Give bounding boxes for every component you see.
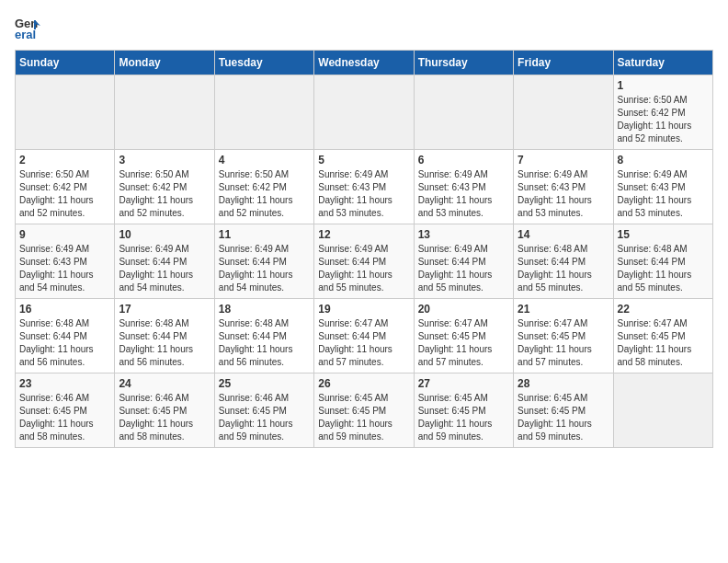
day-number: 17 — [119, 303, 210, 316]
day-number: 7 — [518, 154, 609, 167]
day-number: 13 — [418, 228, 509, 241]
calendar-cell — [514, 75, 613, 150]
calendar-cell: 22Sunrise: 6:47 AM Sunset: 6:45 PM Dayli… — [613, 299, 712, 373]
day-info: Sunrise: 6:49 AM Sunset: 6:43 PM Dayligh… — [418, 168, 509, 220]
calendar-cell: 1Sunrise: 6:50 AM Sunset: 6:42 PM Daylig… — [613, 75, 712, 150]
day-number: 25 — [219, 377, 310, 390]
day-number: 6 — [418, 154, 509, 167]
calendar-cell: 5Sunrise: 6:49 AM Sunset: 6:43 PM Daylig… — [314, 150, 414, 224]
calendar-cell: 15Sunrise: 6:48 AM Sunset: 6:44 PM Dayli… — [613, 224, 712, 299]
week-row-4: 23Sunrise: 6:46 AM Sunset: 6:45 PM Dayli… — [16, 373, 713, 448]
day-info: Sunrise: 6:49 AM Sunset: 6:44 PM Dayligh… — [318, 243, 409, 294]
day-number: 1 — [618, 79, 709, 92]
week-row-1: 2Sunrise: 6:50 AM Sunset: 6:42 PM Daylig… — [16, 150, 713, 224]
day-info: Sunrise: 6:48 AM Sunset: 6:44 PM Dayligh… — [518, 243, 609, 294]
day-number: 11 — [219, 228, 310, 241]
calendar-cell: 20Sunrise: 6:47 AM Sunset: 6:45 PM Dayli… — [414, 299, 513, 373]
week-row-2: 9Sunrise: 6:49 AM Sunset: 6:43 PM Daylig… — [16, 224, 713, 299]
day-number: 5 — [318, 154, 409, 167]
day-info: Sunrise: 6:49 AM Sunset: 6:44 PM Dayligh… — [418, 243, 509, 294]
calendar-cell: 11Sunrise: 6:49 AM Sunset: 6:44 PM Dayli… — [214, 224, 313, 299]
calendar-table: SundayMondayTuesdayWednesdayThursdayFrid… — [15, 50, 713, 448]
header-tuesday: Tuesday — [214, 51, 313, 75]
day-info: Sunrise: 6:45 AM Sunset: 6:45 PM Dayligh… — [418, 392, 509, 443]
day-number: 8 — [618, 154, 709, 167]
calendar-cell: 14Sunrise: 6:48 AM Sunset: 6:44 PM Dayli… — [514, 224, 613, 299]
calendar-cell: 17Sunrise: 6:48 AM Sunset: 6:44 PM Dayli… — [115, 299, 214, 373]
header-saturday: Saturday — [613, 51, 712, 75]
calendar-cell: 2Sunrise: 6:50 AM Sunset: 6:42 PM Daylig… — [16, 150, 115, 224]
calendar-cell: 12Sunrise: 6:49 AM Sunset: 6:44 PM Dayli… — [314, 224, 414, 299]
day-info: Sunrise: 6:49 AM Sunset: 6:43 PM Dayligh… — [318, 168, 409, 220]
day-number: 10 — [119, 228, 210, 241]
day-number: 18 — [219, 303, 310, 316]
header: Gen eral — [15, 15, 713, 40]
day-number: 19 — [318, 303, 409, 316]
day-number: 22 — [618, 303, 709, 316]
week-row-0: 1Sunrise: 6:50 AM Sunset: 6:42 PM Daylig… — [16, 75, 713, 150]
calendar-cell — [214, 75, 313, 150]
day-info: Sunrise: 6:48 AM Sunset: 6:44 PM Dayligh… — [119, 317, 210, 369]
day-info: Sunrise: 6:50 AM Sunset: 6:42 PM Dayligh… — [219, 168, 310, 220]
day-info: Sunrise: 6:47 AM Sunset: 6:44 PM Dayligh… — [318, 317, 409, 369]
day-info: Sunrise: 6:48 AM Sunset: 6:44 PM Dayligh… — [19, 317, 110, 369]
day-number: 14 — [518, 228, 609, 241]
day-info: Sunrise: 6:46 AM Sunset: 6:45 PM Dayligh… — [119, 392, 210, 443]
calendar-cell: 10Sunrise: 6:49 AM Sunset: 6:44 PM Dayli… — [115, 224, 214, 299]
day-number: 4 — [219, 154, 310, 167]
day-info: Sunrise: 6:46 AM Sunset: 6:45 PM Dayligh… — [219, 392, 310, 443]
calendar-cell — [16, 75, 115, 150]
day-info: Sunrise: 6:48 AM Sunset: 6:44 PM Dayligh… — [618, 243, 709, 294]
day-number: 2 — [19, 154, 110, 167]
day-number: 20 — [418, 303, 509, 316]
calendar-cell: 3Sunrise: 6:50 AM Sunset: 6:42 PM Daylig… — [115, 150, 214, 224]
calendar-cell — [613, 373, 712, 448]
day-info: Sunrise: 6:45 AM Sunset: 6:45 PM Dayligh… — [518, 392, 609, 443]
day-number: 26 — [318, 377, 409, 390]
calendar-cell — [115, 75, 214, 150]
day-info: Sunrise: 6:49 AM Sunset: 6:44 PM Dayligh… — [119, 243, 210, 294]
header-wednesday: Wednesday — [314, 51, 414, 75]
header-monday: Monday — [115, 51, 214, 75]
calendar-cell: 13Sunrise: 6:49 AM Sunset: 6:44 PM Dayli… — [414, 224, 513, 299]
day-info: Sunrise: 6:47 AM Sunset: 6:45 PM Dayligh… — [418, 317, 509, 369]
day-number: 9 — [19, 228, 110, 241]
calendar-cell: 18Sunrise: 6:48 AM Sunset: 6:44 PM Dayli… — [214, 299, 313, 373]
calendar-cell: 6Sunrise: 6:49 AM Sunset: 6:43 PM Daylig… — [414, 150, 513, 224]
day-info: Sunrise: 6:50 AM Sunset: 6:42 PM Dayligh… — [19, 168, 110, 220]
day-info: Sunrise: 6:47 AM Sunset: 6:45 PM Dayligh… — [618, 317, 709, 369]
header-thursday: Thursday — [414, 51, 513, 75]
calendar-cell: 9Sunrise: 6:49 AM Sunset: 6:43 PM Daylig… — [16, 224, 115, 299]
calendar-cell: 26Sunrise: 6:45 AM Sunset: 6:45 PM Dayli… — [314, 373, 414, 448]
day-number: 28 — [518, 377, 609, 390]
calendar-cell: 21Sunrise: 6:47 AM Sunset: 6:45 PM Dayli… — [514, 299, 613, 373]
calendar-cell: 23Sunrise: 6:46 AM Sunset: 6:45 PM Dayli… — [16, 373, 115, 448]
calendar-cell — [414, 75, 513, 150]
day-number: 15 — [618, 228, 709, 241]
calendar-cell: 28Sunrise: 6:45 AM Sunset: 6:45 PM Dayli… — [514, 373, 613, 448]
day-number: 21 — [518, 303, 609, 316]
day-info: Sunrise: 6:48 AM Sunset: 6:44 PM Dayligh… — [219, 317, 310, 369]
day-info: Sunrise: 6:49 AM Sunset: 6:43 PM Dayligh… — [618, 168, 709, 220]
day-number: 16 — [19, 303, 110, 316]
calendar-cell: 8Sunrise: 6:49 AM Sunset: 6:43 PM Daylig… — [613, 150, 712, 224]
day-info: Sunrise: 6:50 AM Sunset: 6:42 PM Dayligh… — [119, 168, 210, 220]
calendar-cell: 19Sunrise: 6:47 AM Sunset: 6:44 PM Dayli… — [314, 299, 414, 373]
day-number: 23 — [19, 377, 110, 390]
day-number: 12 — [318, 228, 409, 241]
header-sunday: Sunday — [16, 51, 115, 75]
logo-icon: Gen eral — [15, 15, 40, 40]
calendar-cell: 16Sunrise: 6:48 AM Sunset: 6:44 PM Dayli… — [16, 299, 115, 373]
calendar-cell: 27Sunrise: 6:45 AM Sunset: 6:45 PM Dayli… — [414, 373, 513, 448]
day-info: Sunrise: 6:49 AM Sunset: 6:44 PM Dayligh… — [219, 243, 310, 294]
calendar-cell: 24Sunrise: 6:46 AM Sunset: 6:45 PM Dayli… — [115, 373, 214, 448]
svg-text:eral: eral — [15, 28, 36, 40]
header-friday: Friday — [514, 51, 613, 75]
day-number: 27 — [418, 377, 509, 390]
calendar-cell — [314, 75, 414, 150]
day-info: Sunrise: 6:50 AM Sunset: 6:42 PM Dayligh… — [618, 94, 709, 145]
calendar-cell: 25Sunrise: 6:46 AM Sunset: 6:45 PM Dayli… — [214, 373, 313, 448]
day-info: Sunrise: 6:47 AM Sunset: 6:45 PM Dayligh… — [518, 317, 609, 369]
calendar-header-row: SundayMondayTuesdayWednesdayThursdayFrid… — [16, 51, 713, 75]
week-row-3: 16Sunrise: 6:48 AM Sunset: 6:44 PM Dayli… — [16, 299, 713, 373]
